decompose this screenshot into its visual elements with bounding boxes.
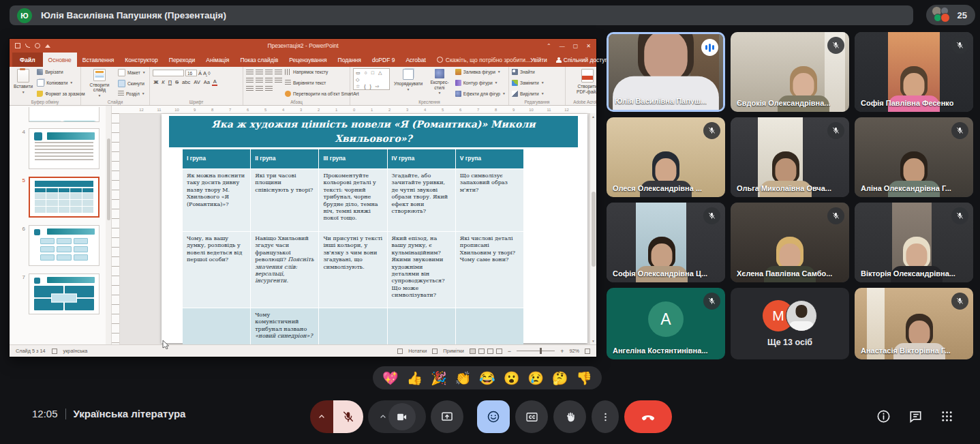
mic-muted-icon[interactable] [333, 400, 363, 433]
ppt-tab-1[interactable]: Основне [43, 53, 77, 67]
list-buttons[interactable] [246, 68, 282, 98]
zoom-slider[interactable] [517, 351, 555, 351]
reaction-2[interactable]: 👍 [406, 372, 423, 385]
mic-options-chevron[interactable] [310, 400, 333, 433]
camera-button[interactable] [368, 400, 426, 433]
participant-tile-12[interactable]: Анастасія Вікторівна Г... [855, 288, 973, 359]
cut-button[interactable]: Вирізати [37, 69, 85, 75]
view-switcher[interactable] [470, 349, 502, 354]
restore-icon[interactable]: ▢ [573, 43, 579, 49]
copy-button[interactable]: Копіювати▼ [37, 79, 85, 87]
slide-thumbnail-6[interactable]: 6 [18, 225, 102, 266]
reaction-1[interactable]: 💖 [382, 372, 399, 385]
comments-toggle[interactable]: Примітки [443, 348, 464, 354]
captions-button[interactable] [515, 400, 548, 433]
format-painter-button[interactable]: Формат за зразком [37, 91, 85, 97]
fit-slide-icon[interactable] [585, 349, 590, 354]
smartart-button[interactable]: Перетворити на об'єкт SmartArt [285, 91, 359, 97]
close-icon[interactable]: ✕ [586, 43, 591, 49]
participant-tile-6[interactable]: Аліна Олександрівна Г... [855, 117, 973, 197]
ribbon-options-icon[interactable]: ⌃ [547, 43, 551, 49]
minimize-icon[interactable]: — [560, 43, 565, 49]
chat-button[interactable] [908, 409, 923, 424]
participant-tile-11[interactable]: MЩе 13 осіб [731, 288, 849, 359]
scroll-down-icon[interactable]: ▼ [592, 339, 595, 343]
present-button[interactable] [431, 400, 463, 433]
reaction-9[interactable]: 👎 [576, 372, 592, 385]
ppt-tab-5[interactable]: Анімація [200, 53, 234, 67]
layout-button[interactable]: Макет▼ [118, 69, 146, 76]
font-style-button-5[interactable]: AV [193, 79, 201, 85]
shape-effects-button[interactable]: Ефекти для фігур▼ [455, 91, 506, 97]
participant-tile-8[interactable]: Хєлена Павлівна Самбо... [731, 203, 849, 282]
reaction-5[interactable]: 😂 [479, 372, 495, 385]
find-button[interactable]: Знайти [512, 69, 562, 75]
workspace-scrollbar[interactable]: ▲ ▼ [589, 113, 596, 344]
ppt-tab-9[interactable]: doPDF 9 [367, 53, 401, 67]
ppt-tab-0[interactable]: Файл [12, 53, 43, 67]
reaction-3[interactable]: 🎉 [431, 372, 447, 385]
participant-tile-3[interactable]: Софія Павлівна Фесенко [855, 32, 973, 112]
ppt-tab-8[interactable]: Подання [333, 53, 367, 67]
new-slide-button[interactable]: Створити слайд▼ [84, 68, 115, 98]
info-button[interactable] [876, 409, 891, 424]
reactions-button[interactable] [477, 400, 510, 433]
font-style-button-2[interactable]: П [167, 79, 172, 85]
shape-outline-button[interactable]: Контур фігури▼ [455, 80, 506, 86]
participant-tile-10[interactable]: ААнгеліна Костянтинівна... [607, 288, 725, 359]
notes-toggle[interactable]: Нотатки [408, 348, 427, 354]
participant-tile-7[interactable]: Софія Олександрівна Ц... [607, 203, 725, 282]
slide-thumbnail-partial[interactable] [18, 107, 102, 122]
grow-font-icon[interactable]: А́ [198, 70, 202, 76]
ppt-tab-6[interactable]: Показ слайдів [234, 53, 284, 67]
share-button[interactable]: Спільний доступ [556, 57, 608, 63]
more-options-button[interactable] [592, 400, 619, 433]
section-button[interactable]: Розділ▼ [118, 91, 146, 97]
sign-in-button[interactable]: Увійти [530, 57, 547, 63]
clear-format-icon[interactable]: ◊ [208, 70, 211, 76]
slide-thumbnail-4[interactable]: 4 [18, 128, 102, 169]
ppt-tab-2[interactable]: Вставлення [77, 53, 119, 67]
reaction-4[interactable]: 👏 [455, 372, 472, 385]
camera-options-chevron[interactable] [379, 413, 387, 421]
participant-tile-5[interactable]: Ольга Миколаївна Овча... [731, 117, 849, 197]
zoom-out-icon[interactable]: − [508, 348, 511, 355]
font-style-button-4[interactable]: abc [181, 79, 192, 85]
font-style-button-6[interactable]: Aa [202, 79, 211, 85]
font-name-combo[interactable] [153, 70, 184, 76]
ppt-tab-4[interactable]: Переходи [164, 53, 201, 67]
zoom-level[interactable]: 92% [569, 348, 579, 354]
select-button[interactable]: Виділити▼ [512, 91, 562, 97]
end-call-button[interactable] [624, 400, 672, 433]
arrange-button[interactable]: Упорядкувати▼ [393, 68, 424, 98]
font-style-button-0[interactable]: Ж [153, 79, 159, 85]
ppt-tab-10[interactable]: Acrobat [400, 53, 431, 67]
thumbnail-scrollbar[interactable] [106, 106, 111, 344]
participant-tile-4[interactable]: Олеся Олександрівна ... [607, 117, 725, 197]
shrink-font-icon[interactable]: А̬ [203, 70, 206, 76]
replace-button[interactable]: Замінити▼ [512, 80, 562, 86]
create-pdf-button[interactable]: Створити PDF-файл [572, 68, 596, 98]
font-style-button-1[interactable]: К [161, 79, 166, 85]
paste-button[interactable]: Вставити▼ [12, 68, 34, 98]
camera-icon[interactable] [388, 403, 416, 430]
slide-thumbnail-5[interactable]: 5 [18, 177, 102, 218]
slide-thumbnail-panel[interactable]: 4567 [10, 106, 112, 344]
raise-hand-button[interactable] [553, 400, 586, 433]
scrollbar-thumb[interactable] [592, 192, 596, 267]
font-style-button-3[interactable]: S [174, 79, 180, 85]
scroll-up-icon[interactable]: ▲ [592, 115, 595, 119]
align-text-button[interactable]: Вирівняти текст [285, 80, 359, 86]
participants-button[interactable]: 25 [926, 5, 975, 25]
slide-thumbnail-7[interactable]: 7 [18, 273, 102, 314]
shape-fill-button[interactable]: Заливка фігури▼ [455, 69, 506, 75]
font-size-combo[interactable]: 16 [185, 70, 197, 76]
language-indicator[interactable]: українська [63, 348, 88, 354]
reaction-6[interactable]: 😮 [504, 372, 520, 385]
font-style-button-7[interactable]: A [212, 78, 217, 86]
participant-tile-1[interactable]: Юлія Василівна Папуш... [607, 32, 725, 112]
quick-styles-button[interactable]: Експрес-стилі▼ [427, 68, 453, 98]
ppt-tab-3[interactable]: Конструктор [119, 53, 163, 67]
participant-tile-2[interactable]: Євдокія Олександрівна... [731, 32, 849, 112]
zoom-in-icon[interactable]: + [560, 348, 564, 355]
